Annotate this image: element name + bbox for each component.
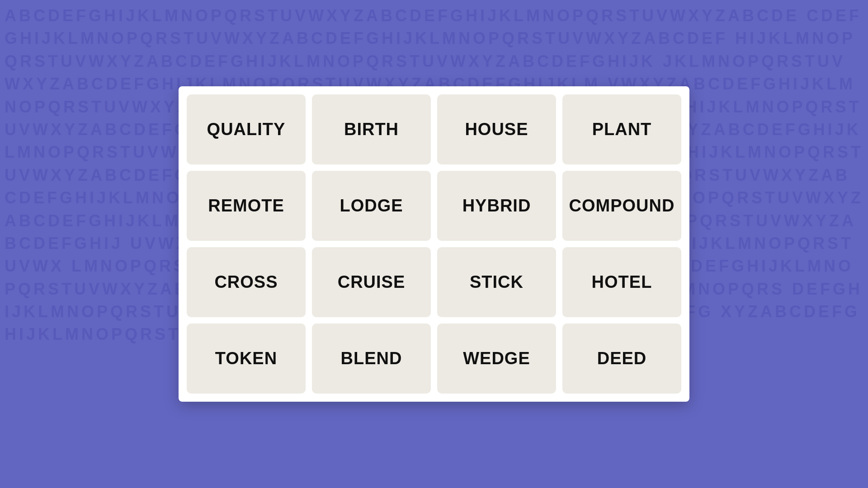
word-card[interactable]: BIRTH [312,94,431,164]
word-card[interactable]: QUALITY [187,94,306,164]
word-card-label: QUALITY [207,120,286,139]
word-card[interactable]: LODGE [312,171,431,241]
word-card-label: HOTEL [592,272,652,292]
word-card[interactable]: CROSS [187,247,306,317]
word-card[interactable]: PLANT [562,94,681,164]
word-card-label: HOUSE [465,120,528,139]
word-card-label: STICK [470,272,524,292]
word-card[interactable]: DEED [562,324,681,394]
word-card-label: LODGE [340,196,403,216]
word-card[interactable]: REMOTE [187,171,306,241]
word-card[interactable]: HOTEL [562,247,681,317]
word-card-label: WEDGE [463,349,530,368]
word-card-label: BIRTH [344,120,399,139]
word-card[interactable]: HOUSE [437,94,556,164]
word-card-label: CRUISE [338,272,406,292]
word-card-label: BLEND [341,349,402,368]
word-card[interactable]: CRUISE [312,247,431,317]
word-card[interactable]: WEDGE [437,324,556,394]
word-card[interactable]: COMPOUND [562,171,681,241]
word-card[interactable]: BLEND [312,324,431,394]
word-card-label: DEED [597,349,647,368]
word-card[interactable]: HYBRID [437,171,556,241]
word-card-label: TOKEN [215,349,277,368]
word-card[interactable]: STICK [437,247,556,317]
word-grid-container: QUALITYBIRTHHOUSEPLANTREMOTELODGEHYBRIDC… [179,86,689,402]
word-card-label: HYBRID [462,196,531,216]
word-card-label: REMOTE [208,196,284,216]
word-card-label: PLANT [592,120,652,139]
word-card-label: COMPOUND [569,196,675,216]
word-card-label: CROSS [214,272,278,292]
word-card[interactable]: TOKEN [187,324,306,394]
word-grid: QUALITYBIRTHHOUSEPLANTREMOTELODGEHYBRIDC… [187,94,681,394]
